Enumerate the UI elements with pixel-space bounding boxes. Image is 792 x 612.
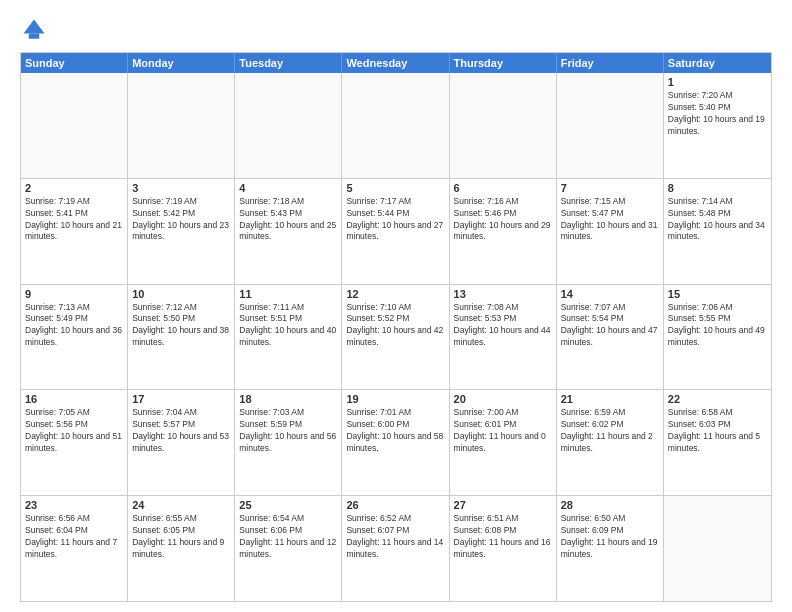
day-cell-empty [557, 73, 664, 178]
day-info: Sunrise: 7:19 AM Sunset: 5:42 PM Dayligh… [132, 196, 230, 244]
day-number: 11 [239, 288, 337, 300]
header-cell-saturday: Saturday [664, 53, 771, 73]
day-info: Sunrise: 7:20 AM Sunset: 5:40 PM Dayligh… [668, 90, 767, 138]
day-number: 27 [454, 499, 552, 511]
day-info: Sunrise: 6:52 AM Sunset: 6:07 PM Dayligh… [346, 513, 444, 561]
svg-rect-1 [29, 34, 40, 39]
day-info: Sunrise: 7:18 AM Sunset: 5:43 PM Dayligh… [239, 196, 337, 244]
day-cell-26: 26Sunrise: 6:52 AM Sunset: 6:07 PM Dayli… [342, 496, 449, 601]
day-number: 23 [25, 499, 123, 511]
day-number: 20 [454, 393, 552, 405]
calendar-week-3: 16Sunrise: 7:05 AM Sunset: 5:56 PM Dayli… [21, 389, 771, 495]
day-number: 24 [132, 499, 230, 511]
day-cell-13: 13Sunrise: 7:08 AM Sunset: 5:53 PM Dayli… [450, 285, 557, 390]
calendar-header: SundayMondayTuesdayWednesdayThursdayFrid… [21, 53, 771, 73]
day-info: Sunrise: 7:04 AM Sunset: 5:57 PM Dayligh… [132, 407, 230, 455]
day-info: Sunrise: 7:00 AM Sunset: 6:01 PM Dayligh… [454, 407, 552, 455]
header-cell-thursday: Thursday [450, 53, 557, 73]
header-cell-friday: Friday [557, 53, 664, 73]
day-cell-3: 3Sunrise: 7:19 AM Sunset: 5:42 PM Daylig… [128, 179, 235, 284]
day-cell-10: 10Sunrise: 7:12 AM Sunset: 5:50 PM Dayli… [128, 285, 235, 390]
day-number: 7 [561, 182, 659, 194]
day-cell-19: 19Sunrise: 7:01 AM Sunset: 6:00 PM Dayli… [342, 390, 449, 495]
header-cell-tuesday: Tuesday [235, 53, 342, 73]
day-cell-23: 23Sunrise: 6:56 AM Sunset: 6:04 PM Dayli… [21, 496, 128, 601]
day-info: Sunrise: 7:17 AM Sunset: 5:44 PM Dayligh… [346, 196, 444, 244]
day-number: 14 [561, 288, 659, 300]
day-info: Sunrise: 6:51 AM Sunset: 6:08 PM Dayligh… [454, 513, 552, 561]
day-cell-12: 12Sunrise: 7:10 AM Sunset: 5:52 PM Dayli… [342, 285, 449, 390]
day-cell-empty [235, 73, 342, 178]
day-info: Sunrise: 7:10 AM Sunset: 5:52 PM Dayligh… [346, 302, 444, 350]
header-cell-sunday: Sunday [21, 53, 128, 73]
day-cell-28: 28Sunrise: 6:50 AM Sunset: 6:09 PM Dayli… [557, 496, 664, 601]
day-info: Sunrise: 7:08 AM Sunset: 5:53 PM Dayligh… [454, 302, 552, 350]
day-number: 1 [668, 76, 767, 88]
day-number: 17 [132, 393, 230, 405]
day-number: 18 [239, 393, 337, 405]
day-number: 21 [561, 393, 659, 405]
day-info: Sunrise: 6:55 AM Sunset: 6:05 PM Dayligh… [132, 513, 230, 561]
day-number: 19 [346, 393, 444, 405]
day-cell-15: 15Sunrise: 7:06 AM Sunset: 5:55 PM Dayli… [664, 285, 771, 390]
page: SundayMondayTuesdayWednesdayThursdayFrid… [0, 0, 792, 612]
day-cell-24: 24Sunrise: 6:55 AM Sunset: 6:05 PM Dayli… [128, 496, 235, 601]
header-cell-monday: Monday [128, 53, 235, 73]
day-cell-25: 25Sunrise: 6:54 AM Sunset: 6:06 PM Dayli… [235, 496, 342, 601]
day-info: Sunrise: 7:12 AM Sunset: 5:50 PM Dayligh… [132, 302, 230, 350]
day-cell-5: 5Sunrise: 7:17 AM Sunset: 5:44 PM Daylig… [342, 179, 449, 284]
day-number: 6 [454, 182, 552, 194]
day-number: 13 [454, 288, 552, 300]
day-cell-empty [21, 73, 128, 178]
day-number: 5 [346, 182, 444, 194]
day-info: Sunrise: 6:54 AM Sunset: 6:06 PM Dayligh… [239, 513, 337, 561]
day-info: Sunrise: 6:56 AM Sunset: 6:04 PM Dayligh… [25, 513, 123, 561]
day-number: 26 [346, 499, 444, 511]
day-number: 10 [132, 288, 230, 300]
day-number: 22 [668, 393, 767, 405]
logo [20, 16, 52, 44]
day-cell-empty [342, 73, 449, 178]
day-info: Sunrise: 6:58 AM Sunset: 6:03 PM Dayligh… [668, 407, 767, 455]
calendar-week-4: 23Sunrise: 6:56 AM Sunset: 6:04 PM Dayli… [21, 495, 771, 601]
svg-marker-0 [24, 20, 45, 34]
calendar-week-2: 9Sunrise: 7:13 AM Sunset: 5:49 PM Daylig… [21, 284, 771, 390]
day-info: Sunrise: 7:13 AM Sunset: 5:49 PM Dayligh… [25, 302, 123, 350]
day-cell-8: 8Sunrise: 7:14 AM Sunset: 5:48 PM Daylig… [664, 179, 771, 284]
day-cell-16: 16Sunrise: 7:05 AM Sunset: 5:56 PM Dayli… [21, 390, 128, 495]
day-info: Sunrise: 7:19 AM Sunset: 5:41 PM Dayligh… [25, 196, 123, 244]
day-number: 28 [561, 499, 659, 511]
day-cell-7: 7Sunrise: 7:15 AM Sunset: 5:47 PM Daylig… [557, 179, 664, 284]
day-info: Sunrise: 7:05 AM Sunset: 5:56 PM Dayligh… [25, 407, 123, 455]
day-number: 25 [239, 499, 337, 511]
day-number: 9 [25, 288, 123, 300]
day-info: Sunrise: 6:59 AM Sunset: 6:02 PM Dayligh… [561, 407, 659, 455]
day-number: 16 [25, 393, 123, 405]
header [20, 16, 772, 44]
calendar-body: 1Sunrise: 7:20 AM Sunset: 5:40 PM Daylig… [21, 73, 771, 601]
day-info: Sunrise: 7:11 AM Sunset: 5:51 PM Dayligh… [239, 302, 337, 350]
day-info: Sunrise: 7:15 AM Sunset: 5:47 PM Dayligh… [561, 196, 659, 244]
day-cell-22: 22Sunrise: 6:58 AM Sunset: 6:03 PM Dayli… [664, 390, 771, 495]
calendar-week-0: 1Sunrise: 7:20 AM Sunset: 5:40 PM Daylig… [21, 73, 771, 178]
day-cell-11: 11Sunrise: 7:11 AM Sunset: 5:51 PM Dayli… [235, 285, 342, 390]
day-cell-20: 20Sunrise: 7:00 AM Sunset: 6:01 PM Dayli… [450, 390, 557, 495]
day-cell-14: 14Sunrise: 7:07 AM Sunset: 5:54 PM Dayli… [557, 285, 664, 390]
day-number: 12 [346, 288, 444, 300]
day-cell-4: 4Sunrise: 7:18 AM Sunset: 5:43 PM Daylig… [235, 179, 342, 284]
day-cell-empty [450, 73, 557, 178]
day-info: Sunrise: 7:01 AM Sunset: 6:00 PM Dayligh… [346, 407, 444, 455]
day-info: Sunrise: 7:16 AM Sunset: 5:46 PM Dayligh… [454, 196, 552, 244]
day-cell-27: 27Sunrise: 6:51 AM Sunset: 6:08 PM Dayli… [450, 496, 557, 601]
day-info: Sunrise: 6:50 AM Sunset: 6:09 PM Dayligh… [561, 513, 659, 561]
day-cell-21: 21Sunrise: 6:59 AM Sunset: 6:02 PM Dayli… [557, 390, 664, 495]
day-cell-6: 6Sunrise: 7:16 AM Sunset: 5:46 PM Daylig… [450, 179, 557, 284]
day-number: 4 [239, 182, 337, 194]
calendar-week-1: 2Sunrise: 7:19 AM Sunset: 5:41 PM Daylig… [21, 178, 771, 284]
day-number: 15 [668, 288, 767, 300]
day-number: 8 [668, 182, 767, 194]
day-info: Sunrise: 7:14 AM Sunset: 5:48 PM Dayligh… [668, 196, 767, 244]
day-cell-empty [128, 73, 235, 178]
day-info: Sunrise: 7:06 AM Sunset: 5:55 PM Dayligh… [668, 302, 767, 350]
day-cell-1: 1Sunrise: 7:20 AM Sunset: 5:40 PM Daylig… [664, 73, 771, 178]
